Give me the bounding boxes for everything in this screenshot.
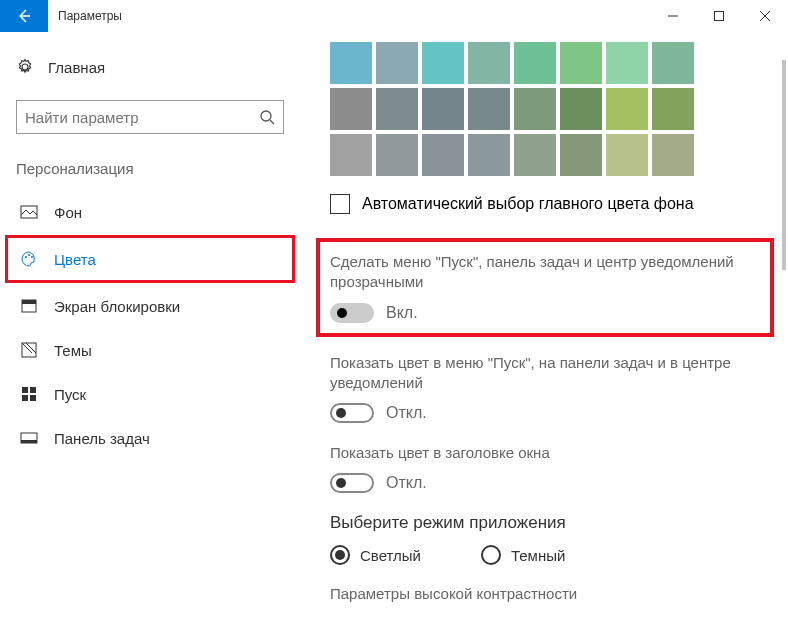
app-mode-light-label: Светлый xyxy=(360,547,421,564)
sidebar-item-lockscreen[interactable]: Экран блокировки xyxy=(8,285,292,327)
sidebar-item-label: Панель задач xyxy=(54,430,150,447)
show-color-start-state: Откл. xyxy=(386,404,427,422)
color-swatch[interactable] xyxy=(422,42,464,84)
search-icon xyxy=(259,109,275,125)
svg-rect-9 xyxy=(22,387,28,393)
transparency-toggle[interactable] xyxy=(330,303,374,323)
sidebar-item-taskbar[interactable]: Панель задач xyxy=(8,417,292,459)
app-mode-dark[interactable]: Темный xyxy=(481,545,565,565)
home-link[interactable]: Главная xyxy=(8,50,292,84)
svg-rect-14 xyxy=(21,440,37,443)
show-color-titlebar-toggle[interactable] xyxy=(330,473,374,493)
transparency-state: Вкл. xyxy=(386,304,418,322)
color-swatch[interactable] xyxy=(514,134,556,176)
picture-icon xyxy=(20,203,38,221)
color-swatch[interactable] xyxy=(376,88,418,130)
themes-icon xyxy=(20,341,38,359)
sidebar-item-label: Цвета xyxy=(54,251,96,268)
auto-color-checkbox[interactable]: Автоматический выбор главного цвета фона xyxy=(330,194,778,214)
show-color-start-toggle[interactable] xyxy=(330,403,374,423)
titlebar: Параметры xyxy=(0,0,788,32)
radio-icon xyxy=(330,545,350,565)
color-swatch[interactable] xyxy=(330,134,372,176)
svg-point-5 xyxy=(31,256,33,258)
color-swatch[interactable] xyxy=(652,134,694,176)
auto-color-label: Автоматический выбор главного цвета фона xyxy=(362,195,694,213)
color-swatch[interactable] xyxy=(606,88,648,130)
color-swatch[interactable] xyxy=(376,42,418,84)
search-input[interactable] xyxy=(16,100,284,134)
svg-rect-7 xyxy=(22,300,36,304)
color-swatch[interactable] xyxy=(560,88,602,130)
show-color-start-setting: Показать цвет в меню "Пуск", на панели з… xyxy=(330,353,778,424)
svg-rect-10 xyxy=(30,387,36,393)
color-swatch[interactable] xyxy=(652,88,694,130)
high-contrast-link[interactable]: Параметры высокой контрастности xyxy=(330,585,778,602)
color-swatch[interactable] xyxy=(606,134,648,176)
taskbar-icon xyxy=(20,429,38,447)
svg-point-1 xyxy=(261,111,271,121)
show-color-titlebar-state: Откл. xyxy=(386,474,427,492)
sidebar-item-background[interactable]: Фон xyxy=(8,191,292,233)
color-swatch[interactable] xyxy=(606,42,648,84)
show-color-titlebar-title: Показать цвет в заголовке окна xyxy=(330,443,778,463)
minimize-button[interactable] xyxy=(650,0,696,32)
svg-rect-11 xyxy=(22,395,28,401)
radio-icon xyxy=(481,545,501,565)
content-area: Автоматический выбор главного цвета фона… xyxy=(300,32,788,629)
color-swatch[interactable] xyxy=(330,88,372,130)
gear-icon xyxy=(16,58,34,76)
color-swatch[interactable] xyxy=(422,88,464,130)
svg-point-3 xyxy=(25,256,27,258)
sidebar-item-themes[interactable]: Темы xyxy=(8,329,292,371)
palette-icon xyxy=(20,250,38,268)
sidebar-item-label: Пуск xyxy=(54,386,86,403)
svg-point-4 xyxy=(28,254,30,256)
transparency-title: Сделать меню "Пуск", панель задач и цент… xyxy=(330,252,760,293)
svg-rect-0 xyxy=(715,11,724,20)
color-swatch[interactable] xyxy=(468,134,510,176)
sidebar-item-start[interactable]: Пуск xyxy=(8,373,292,415)
color-swatch[interactable] xyxy=(376,134,418,176)
color-swatch[interactable] xyxy=(330,42,372,84)
svg-rect-12 xyxy=(30,395,36,401)
color-swatch[interactable] xyxy=(514,42,556,84)
color-swatch[interactable] xyxy=(422,134,464,176)
show-color-titlebar-setting: Показать цвет в заголовке окна Откл. xyxy=(330,443,778,493)
color-swatch[interactable] xyxy=(560,134,602,176)
sidebar-item-label: Фон xyxy=(54,204,82,221)
color-swatch[interactable] xyxy=(468,88,510,130)
show-color-start-title: Показать цвет в меню "Пуск", на панели з… xyxy=(330,353,778,394)
start-icon xyxy=(20,385,38,403)
app-mode-title: Выберите режим приложения xyxy=(330,513,778,533)
lockscreen-icon xyxy=(20,297,38,315)
app-mode-light[interactable]: Светлый xyxy=(330,545,421,565)
color-swatch[interactable] xyxy=(560,42,602,84)
color-swatch[interactable] xyxy=(652,42,694,84)
app-mode-radios: Светлый Темный xyxy=(330,545,778,565)
section-label: Персонализация xyxy=(8,134,292,189)
color-swatch[interactable] xyxy=(468,42,510,84)
transparency-setting: Сделать меню "Пуск", панель задач и цент… xyxy=(316,238,774,337)
maximize-button[interactable] xyxy=(696,0,742,32)
checkbox-icon xyxy=(330,194,350,214)
sidebar: Главная Персонализация Фон Цвета Экран б… xyxy=(0,32,300,629)
sidebar-item-colors[interactable]: Цвета xyxy=(5,235,295,283)
window-title: Параметры xyxy=(48,9,122,23)
home-label: Главная xyxy=(48,59,105,76)
color-swatch-grid xyxy=(330,42,778,176)
search-field[interactable] xyxy=(25,109,259,126)
app-mode-dark-label: Темный xyxy=(511,547,565,564)
back-button[interactable] xyxy=(0,0,48,32)
sidebar-item-label: Темы xyxy=(54,342,92,359)
arrow-left-icon xyxy=(16,8,32,24)
scrollbar-track[interactable] xyxy=(774,32,788,629)
color-swatch[interactable] xyxy=(514,88,556,130)
sidebar-item-label: Экран блокировки xyxy=(54,298,180,315)
window-controls xyxy=(650,0,788,32)
close-button[interactable] xyxy=(742,0,788,32)
scrollbar-thumb[interactable] xyxy=(782,60,786,270)
